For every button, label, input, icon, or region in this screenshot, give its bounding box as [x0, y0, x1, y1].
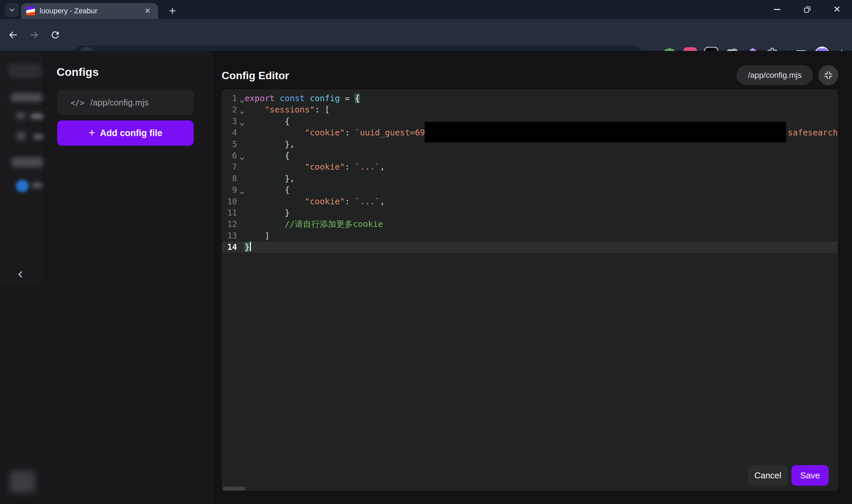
line-number: 1 [221, 93, 237, 104]
fold-spacer [237, 219, 245, 230]
browser-tab[interactable]: luoupery - Zeabur ✕ [21, 3, 158, 19]
maximize-button[interactable] [792, 0, 822, 19]
left-column: Configs </> /app/config.mjs + Add config… [0, 51, 213, 504]
line-number: 9 [221, 184, 237, 196]
line-number: 2 [221, 104, 237, 115]
sidebar-item-redacted[interactable] [8, 64, 42, 78]
code-line[interactable]: 1export const config = { [221, 93, 838, 104]
editor-collapse-button[interactable] [818, 65, 838, 85]
code-line[interactable]: 14} [221, 241, 838, 253]
plus-icon: + [89, 126, 95, 139]
editor-file-badge[interactable]: /app/config.mjs [736, 65, 813, 85]
code-text: //请自行添加更多cookie [245, 219, 383, 230]
minimize-icon [774, 9, 780, 10]
code-text: { [245, 184, 289, 196]
new-tab-button[interactable]: + [165, 4, 179, 18]
sidebar-item-label-redacted [31, 182, 42, 188]
redacted-cookie-value [425, 122, 786, 142]
line-number: 6 [221, 150, 237, 161]
window-controls: ✕ [762, 0, 852, 19]
add-config-file-button[interactable]: + Add config file [57, 121, 194, 146]
horizontal-scrollbar-thumb[interactable] [223, 487, 245, 490]
sidebar-item-redacted[interactable] [16, 132, 26, 140]
sidebar-collapse-button[interactable] [14, 268, 27, 281]
code-text: }, [245, 173, 295, 184]
line-number: 4 [221, 127, 237, 138]
back-icon[interactable] [7, 29, 19, 41]
code-text: }, [245, 139, 295, 150]
line-number: 13 [221, 230, 237, 241]
line-number: 5 [221, 139, 237, 150]
fold-chevron-icon[interactable] [237, 104, 245, 115]
code-line[interactable]: 12 //请自行添加更多cookie [221, 219, 838, 230]
code-text: "cookie": `...`, [245, 161, 385, 173]
fold-spacer [237, 196, 245, 207]
cancel-button[interactable]: Cancel [748, 465, 788, 486]
sidebar-item-label-redacted [33, 134, 43, 139]
sidebar-item-redacted[interactable] [11, 157, 43, 167]
project-sidebar [0, 51, 42, 284]
code-line[interactable]: 2 "sessions": [ [221, 104, 838, 115]
fold-spacer [237, 207, 245, 219]
code-line[interactable]: 13 ] [221, 230, 838, 241]
sidebar-item-redacted[interactable] [16, 112, 26, 120]
code-text: ] [245, 230, 270, 241]
zeabur-favicon-icon [26, 7, 35, 15]
browser-toolbar: zeabur.com/projects/67e69330f4d95a5bf2de… [0, 19, 852, 51]
zeabur-page: Configs </> /app/config.mjs + Add config… [0, 51, 852, 504]
line-number: 14 [221, 241, 237, 253]
code-text: export const config = { [245, 93, 360, 104]
code-line[interactable]: 7 "cookie": `...`, [221, 161, 838, 173]
fold-spacer [237, 241, 245, 253]
collapse-corners-icon [824, 71, 833, 80]
fold-spacer [237, 161, 245, 173]
fold-spacer [237, 230, 245, 241]
save-button[interactable]: Save [792, 465, 829, 486]
tab-strip: luoupery - Zeabur ✕ + ✕ [0, 0, 852, 19]
line-number: 8 [221, 173, 237, 184]
code-line[interactable]: 10 "cookie": `...`, [221, 196, 838, 207]
maximize-restore-icon [804, 6, 811, 13]
sidebar-item-label-redacted [31, 114, 43, 119]
tab-search-button[interactable] [5, 3, 19, 17]
forward-icon[interactable] [29, 29, 40, 41]
code-lines: 1export const config = {2 "sessions": [3… [221, 89, 838, 253]
code-editor[interactable]: 1export const config = {2 "sessions": [3… [221, 89, 838, 491]
reload-icon[interactable] [50, 30, 60, 40]
fold-chevron-icon[interactable] [237, 150, 245, 161]
line-number: 11 [221, 207, 237, 219]
browser-chrome: luoupery - Zeabur ✕ + ✕ zeabur.com/proje… [0, 0, 852, 51]
code-text: } [245, 241, 251, 253]
line-number: 10 [221, 196, 237, 207]
fold-chevron-icon[interactable] [237, 116, 245, 127]
config-editor-title: Config Editor [221, 70, 289, 82]
fold-chevron-icon[interactable] [237, 93, 245, 104]
tab-title: luoupery - Zeabur [40, 7, 143, 15]
sidebar-item-redacted[interactable] [11, 93, 42, 102]
sidebar-footer-redacted[interactable] [9, 471, 35, 493]
tab-close-icon[interactable]: ✕ [143, 6, 153, 16]
fold-chevron-icon[interactable] [237, 184, 245, 196]
sidebar-service-dot[interactable] [16, 180, 29, 192]
configs-panel-title: Configs [57, 66, 99, 78]
code-text: } [245, 207, 289, 219]
close-window-button[interactable]: ✕ [822, 0, 852, 19]
code-file-icon: </> [71, 98, 85, 107]
add-config-file-label: Add config file [100, 128, 162, 138]
chevron-down-icon [8, 6, 16, 14]
code-line[interactable]: 8 }, [221, 173, 838, 184]
code-line[interactable]: 6 { [221, 150, 838, 161]
line-number: 12 [221, 219, 237, 230]
code-text: { [245, 150, 289, 161]
line-number: 7 [221, 161, 237, 173]
config-file-item[interactable]: </> /app/config.mjs [57, 90, 194, 115]
code-text: "cookie": `...`, [245, 196, 385, 207]
code-line[interactable]: 9 { [221, 184, 838, 196]
fold-spacer [237, 127, 245, 138]
close-icon: ✕ [833, 5, 841, 14]
minimize-button[interactable] [762, 0, 792, 19]
code-text: { [245, 116, 289, 127]
code-text: "sessions": [ [245, 104, 330, 115]
code-line[interactable]: 11 } [221, 207, 838, 219]
fold-spacer [237, 139, 245, 150]
